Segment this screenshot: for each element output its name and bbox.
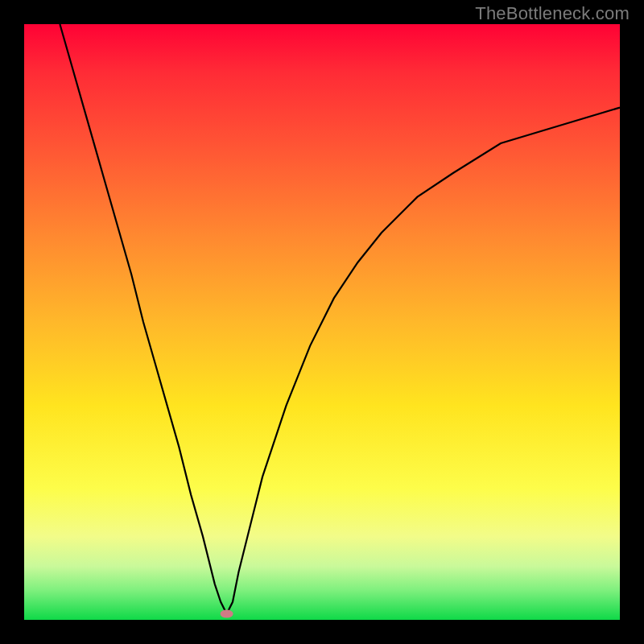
watermark-text: TheBottleneck.com: [475, 3, 630, 24]
plot-area: [24, 24, 620, 620]
chart-frame: TheBottleneck.com: [0, 0, 644, 644]
bottleneck-curve: [24, 24, 620, 620]
curve-path: [60, 24, 620, 614]
minimum-marker: [221, 610, 233, 618]
